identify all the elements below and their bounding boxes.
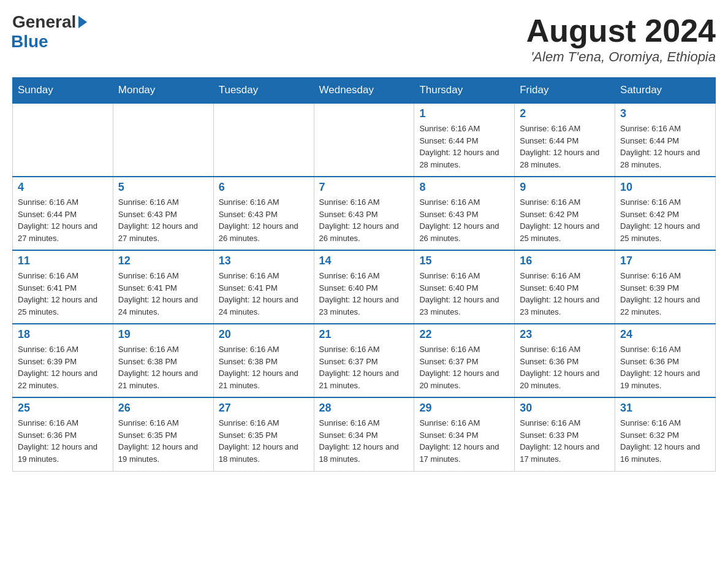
calendar-cell: 21Sunrise: 6:16 AM Sunset: 6:37 PM Dayli… [314, 324, 414, 397]
day-number: 9 [520, 181, 610, 194]
day-info: Sunrise: 6:16 AM Sunset: 6:36 PM Dayligh… [18, 417, 108, 465]
calendar-cell: 30Sunrise: 6:16 AM Sunset: 6:33 PM Dayli… [515, 397, 615, 471]
day-info: Sunrise: 6:16 AM Sunset: 6:32 PM Dayligh… [620, 417, 710, 465]
day-info: Sunrise: 6:16 AM Sunset: 6:38 PM Dayligh… [219, 343, 309, 391]
calendar-cell: 9Sunrise: 6:16 AM Sunset: 6:42 PM Daylig… [515, 177, 615, 250]
calendar-cell: 13Sunrise: 6:16 AM Sunset: 6:41 PM Dayli… [213, 250, 314, 324]
calendar-cell: 25Sunrise: 6:16 AM Sunset: 6:36 PM Dayli… [13, 397, 113, 471]
calendar-cell: 2Sunrise: 6:16 AM Sunset: 6:44 PM Daylig… [515, 103, 615, 177]
day-info: Sunrise: 6:16 AM Sunset: 6:41 PM Dayligh… [219, 270, 309, 318]
calendar-header-row: SundayMondayTuesdayWednesdayThursdayFrid… [13, 78, 716, 104]
day-info: Sunrise: 6:16 AM Sunset: 6:42 PM Dayligh… [620, 196, 710, 244]
week-row-3: 11Sunrise: 6:16 AM Sunset: 6:41 PM Dayli… [13, 250, 716, 324]
calendar-cell: 17Sunrise: 6:16 AM Sunset: 6:39 PM Dayli… [615, 250, 716, 324]
day-info: Sunrise: 6:16 AM Sunset: 6:40 PM Dayligh… [520, 270, 610, 318]
day-number: 3 [620, 107, 710, 120]
logo-blue-text: Blue [11, 32, 48, 52]
day-number: 24 [620, 328, 710, 341]
week-row-5: 25Sunrise: 6:16 AM Sunset: 6:36 PM Dayli… [13, 397, 716, 471]
day-info: Sunrise: 6:16 AM Sunset: 6:37 PM Dayligh… [319, 343, 409, 391]
calendar-cell: 4Sunrise: 6:16 AM Sunset: 6:44 PM Daylig… [13, 177, 113, 250]
day-number: 28 [319, 402, 409, 415]
day-number: 17 [620, 255, 710, 267]
day-number: 31 [620, 402, 710, 415]
day-number: 10 [620, 181, 710, 194]
day-info: Sunrise: 6:16 AM Sunset: 6:39 PM Dayligh… [18, 343, 108, 391]
logo-triangle-icon [78, 16, 87, 28]
day-info: Sunrise: 6:16 AM Sunset: 6:43 PM Dayligh… [118, 196, 208, 244]
day-info: Sunrise: 6:16 AM Sunset: 6:44 PM Dayligh… [520, 123, 610, 170]
day-number: 16 [520, 255, 610, 267]
day-info: Sunrise: 6:16 AM Sunset: 6:38 PM Dayligh… [118, 343, 208, 391]
day-header-thursday: Thursday [414, 78, 515, 104]
day-number: 12 [118, 255, 208, 267]
week-row-2: 4Sunrise: 6:16 AM Sunset: 6:44 PM Daylig… [13, 177, 716, 250]
logo: General Blue [12, 12, 87, 52]
calendar-cell: 10Sunrise: 6:16 AM Sunset: 6:42 PM Dayli… [615, 177, 716, 250]
calendar-cell: 14Sunrise: 6:16 AM Sunset: 6:40 PM Dayli… [314, 250, 414, 324]
day-info: Sunrise: 6:16 AM Sunset: 6:40 PM Dayligh… [319, 270, 409, 318]
day-info: Sunrise: 6:16 AM Sunset: 6:40 PM Dayligh… [419, 270, 509, 318]
day-number: 11 [18, 255, 108, 267]
calendar-cell: 29Sunrise: 6:16 AM Sunset: 6:34 PM Dayli… [414, 397, 515, 471]
day-info: Sunrise: 6:16 AM Sunset: 6:44 PM Dayligh… [419, 123, 509, 170]
day-number: 27 [219, 402, 309, 415]
calendar-cell: 16Sunrise: 6:16 AM Sunset: 6:40 PM Dayli… [515, 250, 615, 324]
day-number: 26 [118, 402, 208, 415]
day-info: Sunrise: 6:16 AM Sunset: 6:41 PM Dayligh… [18, 270, 108, 318]
calendar-cell: 27Sunrise: 6:16 AM Sunset: 6:35 PM Dayli… [213, 397, 314, 471]
day-number: 15 [419, 255, 509, 267]
calendar-cell: 15Sunrise: 6:16 AM Sunset: 6:40 PM Dayli… [414, 250, 515, 324]
day-number: 30 [520, 402, 610, 415]
day-info: Sunrise: 6:16 AM Sunset: 6:35 PM Dayligh… [219, 417, 309, 465]
day-info: Sunrise: 6:16 AM Sunset: 6:33 PM Dayligh… [520, 417, 610, 465]
calendar-cell [13, 103, 113, 177]
day-header-saturday: Saturday [615, 78, 716, 104]
calendar-cell: 22Sunrise: 6:16 AM Sunset: 6:37 PM Dayli… [414, 324, 515, 397]
week-row-4: 18Sunrise: 6:16 AM Sunset: 6:39 PM Dayli… [13, 324, 716, 397]
calendar-cell: 31Sunrise: 6:16 AM Sunset: 6:32 PM Dayli… [615, 397, 716, 471]
day-info: Sunrise: 6:16 AM Sunset: 6:39 PM Dayligh… [620, 270, 710, 318]
calendar-cell: 19Sunrise: 6:16 AM Sunset: 6:38 PM Dayli… [113, 324, 213, 397]
day-header-friday: Friday [515, 78, 615, 104]
day-number: 2 [520, 107, 610, 120]
calendar-cell [314, 103, 414, 177]
calendar-cell: 5Sunrise: 6:16 AM Sunset: 6:43 PM Daylig… [113, 177, 213, 250]
day-info: Sunrise: 6:16 AM Sunset: 6:36 PM Dayligh… [620, 343, 710, 391]
day-info: Sunrise: 6:16 AM Sunset: 6:41 PM Dayligh… [118, 270, 208, 318]
title-section: August 2024 'Alem T'ena, Oromiya, Ethiop… [526, 12, 716, 65]
day-number: 29 [419, 402, 509, 415]
day-number: 23 [520, 328, 610, 341]
calendar-table: SundayMondayTuesdayWednesdayThursdayFrid… [12, 77, 716, 472]
day-info: Sunrise: 6:16 AM Sunset: 6:42 PM Dayligh… [520, 196, 610, 244]
day-number: 4 [18, 181, 108, 194]
day-info: Sunrise: 6:16 AM Sunset: 6:36 PM Dayligh… [520, 343, 610, 391]
day-number: 18 [18, 328, 108, 341]
calendar-cell: 18Sunrise: 6:16 AM Sunset: 6:39 PM Dayli… [13, 324, 113, 397]
calendar-cell [213, 103, 314, 177]
day-info: Sunrise: 6:16 AM Sunset: 6:34 PM Dayligh… [319, 417, 409, 465]
calendar-cell: 3Sunrise: 6:16 AM Sunset: 6:44 PM Daylig… [615, 103, 716, 177]
day-number: 22 [419, 328, 509, 341]
day-number: 25 [18, 402, 108, 415]
calendar-cell: 12Sunrise: 6:16 AM Sunset: 6:41 PM Dayli… [113, 250, 213, 324]
calendar-cell: 7Sunrise: 6:16 AM Sunset: 6:43 PM Daylig… [314, 177, 414, 250]
day-number: 21 [319, 328, 409, 341]
day-info: Sunrise: 6:16 AM Sunset: 6:35 PM Dayligh… [118, 417, 208, 465]
calendar-cell: 28Sunrise: 6:16 AM Sunset: 6:34 PM Dayli… [314, 397, 414, 471]
day-header-sunday: Sunday [13, 78, 113, 104]
day-number: 6 [219, 181, 309, 194]
calendar-cell: 26Sunrise: 6:16 AM Sunset: 6:35 PM Dayli… [113, 397, 213, 471]
day-info: Sunrise: 6:16 AM Sunset: 6:43 PM Dayligh… [319, 196, 409, 244]
day-info: Sunrise: 6:16 AM Sunset: 6:34 PM Dayligh… [419, 417, 509, 465]
calendar-cell: 20Sunrise: 6:16 AM Sunset: 6:38 PM Dayli… [213, 324, 314, 397]
calendar-cell: 24Sunrise: 6:16 AM Sunset: 6:36 PM Dayli… [615, 324, 716, 397]
day-info: Sunrise: 6:16 AM Sunset: 6:43 PM Dayligh… [219, 196, 309, 244]
calendar-cell [113, 103, 213, 177]
day-number: 8 [419, 181, 509, 194]
location-subtitle: 'Alem T'ena, Oromiya, Ethiopia [526, 49, 716, 65]
day-number: 13 [219, 255, 309, 267]
week-row-1: 1Sunrise: 6:16 AM Sunset: 6:44 PM Daylig… [13, 103, 716, 177]
calendar-cell: 1Sunrise: 6:16 AM Sunset: 6:44 PM Daylig… [414, 103, 515, 177]
calendar-cell: 11Sunrise: 6:16 AM Sunset: 6:41 PM Dayli… [13, 250, 113, 324]
